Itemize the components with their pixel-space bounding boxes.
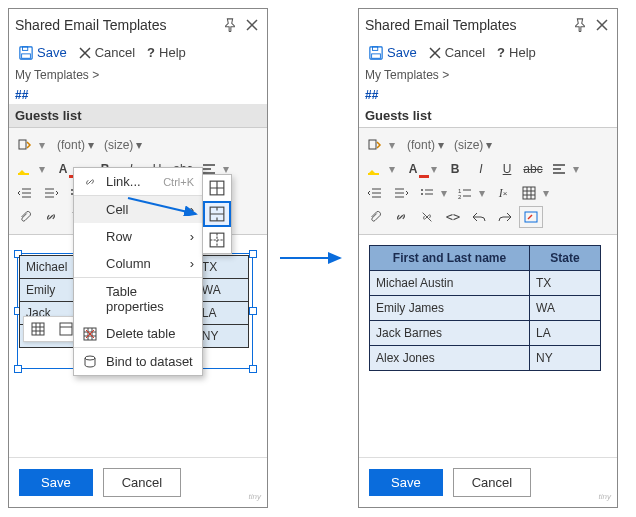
svg-point-30 xyxy=(421,189,423,191)
undo-icon[interactable] xyxy=(467,206,491,228)
pin-icon[interactable] xyxy=(221,16,239,34)
align-dropdown[interactable] xyxy=(547,158,571,180)
redo-icon[interactable] xyxy=(493,206,517,228)
svg-text:2: 2 xyxy=(458,194,462,199)
close-icon[interactable] xyxy=(243,16,261,34)
svg-rect-3 xyxy=(19,140,26,149)
help-button[interactable]: ?Help xyxy=(141,43,192,62)
chevron-down-icon[interactable]: ▾ xyxy=(389,138,401,152)
chevron-down-icon[interactable]: ▾ xyxy=(479,186,489,200)
table-row: Michael AustinTX xyxy=(370,271,601,296)
table-header[interactable]: State xyxy=(530,246,601,271)
highlight-icon[interactable] xyxy=(13,158,37,180)
ctx-column[interactable]: Column › xyxy=(74,250,202,277)
attach-icon[interactable] xyxy=(363,206,387,228)
ctx-delete-table[interactable]: Delete table xyxy=(74,320,202,347)
chevron-down-icon[interactable]: ▾ xyxy=(389,162,399,176)
cell-submenu xyxy=(202,174,232,254)
pane-right: Shared Email Templates Save Cancel ?Help xyxy=(358,8,618,508)
unlink-icon[interactable] xyxy=(415,206,439,228)
close-icon[interactable] xyxy=(593,16,611,34)
merge-cells-icon[interactable] xyxy=(203,201,231,227)
chevron-down-icon[interactable]: ▾ xyxy=(543,186,553,200)
footer-save-button[interactable]: Save xyxy=(369,469,443,496)
font-dropdown[interactable]: (font)▾ xyxy=(53,134,98,156)
table-cell[interactable]: TX xyxy=(195,256,248,279)
breadcrumb[interactable]: My Templates > xyxy=(9,64,267,86)
table-cell[interactable]: LA xyxy=(195,302,248,325)
svg-point-31 xyxy=(421,193,423,195)
pin-icon[interactable] xyxy=(571,16,589,34)
grid-icon[interactable] xyxy=(24,317,52,341)
footer-cancel-button[interactable]: Cancel xyxy=(453,468,531,497)
table-header[interactable]: First and Last name xyxy=(370,246,530,271)
save-button[interactable]: Save xyxy=(13,43,73,62)
ctx-cell[interactable]: Cell › xyxy=(74,195,202,223)
hash-marker: ## xyxy=(359,86,617,104)
bullet-list-icon[interactable] xyxy=(415,182,439,204)
ctx-link[interactable]: Link... Ctrl+K xyxy=(74,168,202,195)
table-cell[interactable]: NY xyxy=(530,346,601,371)
editor-body[interactable]: First and Last name State Michael Austin… xyxy=(359,235,617,457)
cancel-button[interactable]: Cancel xyxy=(423,43,491,62)
chevron-right-icon: › xyxy=(190,202,194,217)
dataset-icon xyxy=(82,355,98,369)
table-cell[interactable]: WA xyxy=(530,296,601,321)
indent-left-icon[interactable] xyxy=(13,182,37,204)
insert-field-icon[interactable] xyxy=(519,206,543,228)
italic-icon[interactable]: I xyxy=(469,158,493,180)
table-cell[interactable]: Emily James xyxy=(370,296,530,321)
size-dropdown[interactable]: (size)▾ xyxy=(100,134,146,156)
chevron-right-icon: › xyxy=(190,256,194,271)
table-row: Emily JamesWA xyxy=(370,296,601,321)
attach-icon[interactable] xyxy=(13,206,37,228)
table-row: Jack BarnesLA xyxy=(370,321,601,346)
ctx-row[interactable]: Row › xyxy=(74,223,202,250)
svg-rect-4 xyxy=(18,173,29,175)
split-cell-icon[interactable] xyxy=(203,227,231,253)
table-cell[interactable]: TX xyxy=(530,271,601,296)
cancel-button[interactable]: Cancel xyxy=(73,43,141,62)
strike-icon[interactable]: abc xyxy=(521,158,545,180)
link-icon[interactable] xyxy=(389,206,413,228)
highlight-icon[interactable] xyxy=(363,158,387,180)
template-subject[interactable]: Guests list xyxy=(9,104,267,127)
chevron-right-icon: › xyxy=(190,229,194,244)
table-cell[interactable]: Jack Barnes xyxy=(370,321,530,346)
result-table[interactable]: First and Last name State Michael Austin… xyxy=(369,245,601,371)
footer-save-button[interactable]: Save xyxy=(19,469,93,496)
breadcrumb[interactable]: My Templates > xyxy=(359,64,617,86)
table-icon[interactable] xyxy=(517,182,541,204)
chevron-down-icon[interactable]: ▾ xyxy=(441,186,451,200)
table-cell[interactable]: Michael Austin xyxy=(370,271,530,296)
link-icon[interactable] xyxy=(39,206,63,228)
macro-icon[interactable] xyxy=(13,134,37,156)
chevron-down-icon[interactable]: ▾ xyxy=(431,162,441,176)
help-button[interactable]: ?Help xyxy=(491,43,542,62)
table-cell[interactable]: LA xyxy=(530,321,601,346)
cell-props-icon[interactable] xyxy=(203,175,231,201)
chevron-down-icon[interactable]: ▾ xyxy=(39,138,51,152)
number-list-icon[interactable]: 12 xyxy=(453,182,477,204)
indent-left-icon[interactable] xyxy=(363,182,387,204)
template-subject[interactable]: Guests list xyxy=(359,104,617,127)
macro-icon[interactable] xyxy=(363,134,387,156)
ctx-table-props[interactable]: Table properties xyxy=(74,277,202,320)
code-icon[interactable]: <> xyxy=(441,206,465,228)
indent-right-icon[interactable] xyxy=(389,182,413,204)
clear-format-icon[interactable]: I× xyxy=(491,182,515,204)
table-cell[interactable]: WA xyxy=(195,279,248,302)
table-cell[interactable]: Alex Jones xyxy=(370,346,530,371)
link-icon xyxy=(82,175,98,189)
font-dropdown[interactable]: (font)▾ xyxy=(403,134,448,156)
ctx-bind-dataset[interactable]: Bind to dataset xyxy=(74,347,202,375)
save-button[interactable]: Save xyxy=(363,43,423,62)
footer-cancel-button[interactable]: Cancel xyxy=(103,468,181,497)
chevron-down-icon[interactable]: ▾ xyxy=(573,162,583,176)
bold-icon[interactable]: B xyxy=(443,158,467,180)
underline-icon[interactable]: U xyxy=(495,158,519,180)
chevron-down-icon[interactable]: ▾ xyxy=(39,162,49,176)
indent-right-icon[interactable] xyxy=(39,182,63,204)
size-dropdown[interactable]: (size)▾ xyxy=(450,134,496,156)
table-cell[interactable]: NY xyxy=(195,325,248,348)
